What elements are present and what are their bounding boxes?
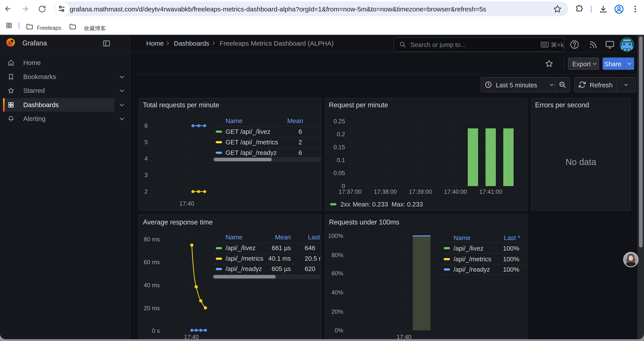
svg-text:0.1: 0.1 [337,157,345,163]
svg-text:6: 6 [144,122,148,129]
svg-text:17:39:00: 17:39:00 [409,188,432,195]
svg-text:40 ms: 40 ms [144,282,160,288]
svg-text:17:40: 17:40 [179,200,194,207]
svg-text:3: 3 [144,172,148,178]
svg-text:0.2: 0.2 [337,131,345,138]
svg-text:60%: 60% [332,270,343,277]
svg-text:17:37:00: 17:37:00 [338,188,362,195]
svg-text:100%: 100% [328,233,343,239]
svg-text:0 s: 0 s [152,327,160,334]
svg-text:17:41:00: 17:41:00 [479,188,502,195]
svg-text:20 ms: 20 ms [144,305,160,311]
svg-text:4: 4 [144,155,148,162]
svg-text:80%: 80% [332,252,343,258]
svg-text:17:40:00: 17:40:00 [444,188,467,195]
svg-text:0.15: 0.15 [334,144,345,151]
svg-text:0%: 0% [335,327,343,334]
svg-text:2: 2 [144,188,148,195]
svg-text:5: 5 [144,139,148,146]
svg-text:0.05: 0.05 [334,170,345,176]
svg-text:17:40: 17:40 [184,334,199,339]
svg-text:60 ms: 60 ms [144,259,160,265]
svg-text:40%: 40% [332,289,343,296]
svg-text:80 ms: 80 ms [144,236,160,243]
svg-text:0.25: 0.25 [334,118,345,125]
svg-text:17:40: 17:40 [396,334,412,339]
svg-text:17:38:00: 17:38:00 [374,188,397,195]
svg-text:20%: 20% [332,308,343,315]
